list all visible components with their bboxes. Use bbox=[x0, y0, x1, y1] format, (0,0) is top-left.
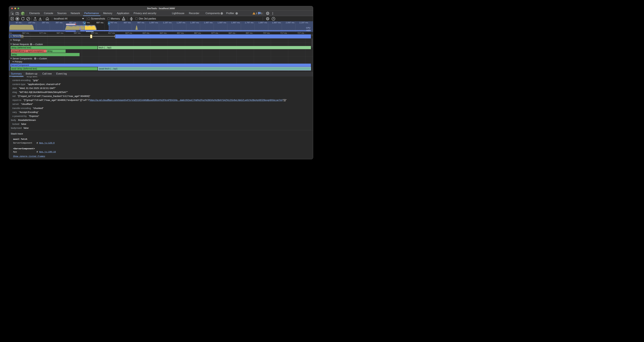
svg-text:?: ? bbox=[273, 18, 274, 20]
